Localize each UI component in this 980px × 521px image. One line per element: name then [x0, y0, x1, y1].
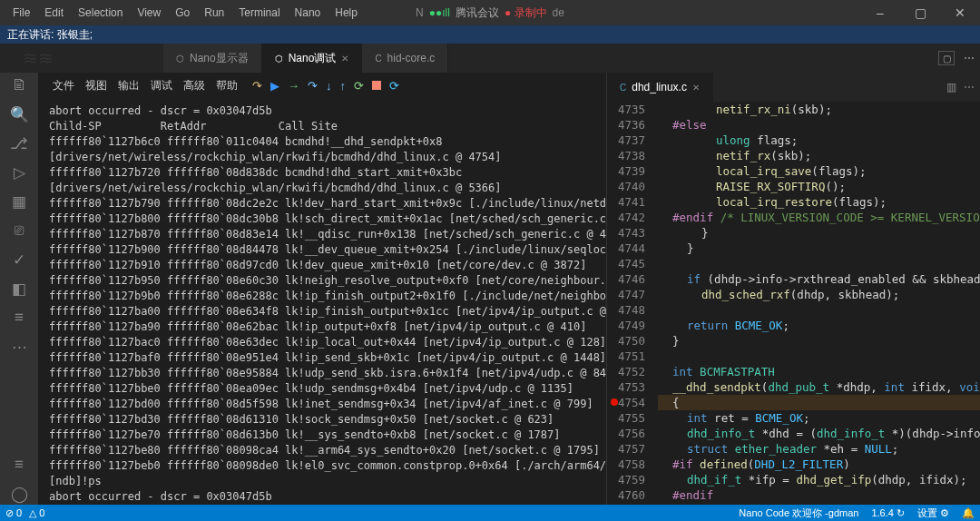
hex-icon: C	[375, 54, 381, 64]
code-line: dhd_sched_rxf(dhdp, skbhead);	[658, 287, 980, 302]
code-line: int BCMFASTPATH	[658, 364, 980, 379]
code-line	[658, 302, 980, 318]
status-welcome: Nano Code 欢迎你 -gdman	[739, 506, 858, 520]
submenu-3[interactable]: 调试	[147, 76, 176, 95]
toolbar-stop-icon[interactable]	[372, 81, 381, 90]
code-line: dhd_info_t *dhd = (dhd_info_t *)(dhdp->i…	[658, 426, 980, 441]
menu-nano[interactable]: Nano	[288, 3, 328, 23]
breakpoint-icon[interactable]	[611, 398, 618, 406]
debug-icon[interactable]: ▷	[8, 162, 30, 183]
code-line: }	[658, 333, 980, 349]
code-line: local_irq_restore(flags);	[658, 194, 980, 210]
tab-strip: ≋≋⬡Nano显示器⬡Nano调试✕Chid-core.c▢⋯	[0, 44, 980, 73]
remote-icon[interactable]: ⎚	[8, 220, 30, 241]
code-line: netif_rx(skb);	[658, 148, 980, 163]
tab-close-icon[interactable]: ✕	[692, 83, 700, 93]
gutter: 4735473647374738473947404741474247434744…	[607, 102, 658, 521]
c-file-icon: C	[620, 83, 626, 93]
status-version[interactable]: 1.6.4 ↻	[871, 507, 905, 519]
list-icon[interactable]: ≡	[8, 454, 30, 476]
db-icon[interactable]: ≡	[8, 307, 30, 329]
submenu-1[interactable]: 视图	[82, 76, 111, 95]
status-bar: ⊘ 0 △ 0 Nano Code 欢迎你 -gdman 1.6.4 ↻ 设置 …	[0, 505, 980, 521]
code-line: #endif	[658, 487, 980, 503]
search-icon[interactable]: 🔍	[8, 103, 30, 125]
code-line: #else	[658, 117, 980, 133]
code-line: }	[658, 241, 980, 256]
menu-run[interactable]: Run	[197, 3, 231, 23]
submenu-4[interactable]: 高级	[180, 76, 209, 95]
test-icon[interactable]: ✓	[8, 249, 30, 270]
titlebar-app: 腾讯会议	[456, 5, 499, 21]
code-line: __dhd_sendpkt(dhd_pub_t *dhdp, int ifidx…	[658, 379, 980, 395]
code-line: netif_rx_ni(skb);	[658, 102, 980, 117]
code-line: {	[658, 395, 980, 410]
hex-icon: ⬡	[275, 54, 283, 64]
status-warnings[interactable]: △ 0	[29, 507, 44, 519]
⋯-icon[interactable]: ⋯	[8, 336, 30, 358]
menu-terminal[interactable]: Terminal	[231, 3, 287, 23]
split-right-icon[interactable]: ▥	[946, 81, 956, 93]
submenu-5[interactable]: 帮助	[212, 76, 241, 95]
code-line: int ret = BCME_OK;	[658, 410, 980, 426]
code-line: }	[658, 225, 980, 241]
toolbar-circ-icon[interactable]: ⟳	[389, 79, 399, 93]
activity-bar: 🗎🔍⎇▷▦⎚✓◧≡⋯≡◯⚙	[0, 73, 38, 521]
code-line: if (dhdp->info->rxthread_enabled && skbh…	[658, 271, 980, 287]
code-line: #endif /* LINUX_VERSION_CODE >= KERNEL_V…	[658, 210, 980, 225]
tab-close-icon[interactable]: ✕	[341, 54, 348, 64]
window-close-icon[interactable]: ✕	[940, 0, 980, 25]
menu-go[interactable]: Go	[168, 3, 197, 23]
more-icon[interactable]: ⋯	[964, 52, 975, 64]
code-editor[interactable]: 4735473647374738473947404741474247434744…	[607, 102, 980, 521]
code-line: return BCME_OK;	[658, 318, 980, 333]
toolbar-step_in-icon[interactable]: ↓	[326, 79, 332, 93]
titlebar: FileEditSelectionViewGoRunTerminalNanoHe…	[0, 0, 980, 25]
app-logo: ≋≋	[23, 44, 186, 73]
window-maximize-icon[interactable]: ▢	[900, 0, 940, 25]
status-settings[interactable]: 设置 ⚙	[917, 506, 949, 520]
tab-2[interactable]: Chid-core.c	[362, 44, 448, 73]
toolbar-step_over-icon[interactable]: ↷	[308, 79, 318, 93]
status-errors[interactable]: ⊘ 0	[5, 507, 22, 519]
toolbar-cont-icon[interactable]: →	[288, 79, 299, 93]
toolbar-play-icon[interactable]: ▶	[270, 79, 279, 93]
right-tab[interactable]: Cdhd_linux.c✕	[607, 73, 713, 102]
recording-badge: ● 录制中	[505, 5, 547, 21]
code-line: struct ether_header *eh = NULL;	[658, 441, 980, 457]
extensions-icon[interactable]: ▦	[8, 191, 30, 212]
docker-icon[interactable]: ◧	[8, 278, 30, 300]
menu-view[interactable]: View	[130, 3, 168, 23]
code-line	[658, 256, 980, 271]
toolbar-restart-icon[interactable]: ⟳	[354, 79, 364, 93]
right-tab-row: Cdhd_linux.c✕▥⋯	[607, 73, 980, 102]
toolbar-step-icon[interactable]: ↷	[252, 79, 262, 93]
status-bell[interactable]: 🔔	[962, 507, 975, 519]
files-icon[interactable]: 🗎	[8, 74, 30, 96]
code-line: RAISE_RX_SOFTIRQ();	[658, 179, 980, 194]
submenu-0[interactable]: 文件	[49, 76, 78, 95]
code-line: #if defined(DHD_L2_FILTER)	[658, 457, 980, 472]
speaking-bar: 正在讲话: 张银圭;	[0, 25, 980, 44]
code-line: dhd_if_t *ifp = dhd_get_ifp(dhdp, ifidx)…	[658, 472, 980, 487]
scm-icon[interactable]: ⎇	[8, 133, 30, 154]
toolbar-step_out-icon[interactable]: ↑	[340, 79, 347, 93]
menu-file[interactable]: File	[5, 3, 37, 23]
more-icon[interactable]: ⋯	[964, 81, 975, 93]
submenu-2[interactable]: 输出	[114, 76, 143, 95]
window-minimize-icon[interactable]: –	[860, 0, 900, 25]
code-line	[658, 349, 980, 364]
code-line: ulong flags;	[658, 133, 980, 148]
menu-help[interactable]: Help	[328, 3, 365, 23]
split-icon[interactable]: ▢	[938, 51, 955, 65]
terminal-output[interactable]: abort occurred - dscr = 0x03047d5b Child…	[38, 98, 606, 506]
menu-edit[interactable]: Edit	[37, 3, 71, 23]
account-icon[interactable]: ◯	[8, 483, 30, 505]
debug-submenu: 文件视图输出调试高级帮助↷▶→↷↓↑⟳⟳	[38, 73, 606, 98]
tab-1[interactable]: ⬡Nano调试✕	[262, 44, 363, 73]
menu-selection[interactable]: Selection	[71, 3, 130, 23]
code-line: local_irq_save(flags);	[658, 163, 980, 179]
